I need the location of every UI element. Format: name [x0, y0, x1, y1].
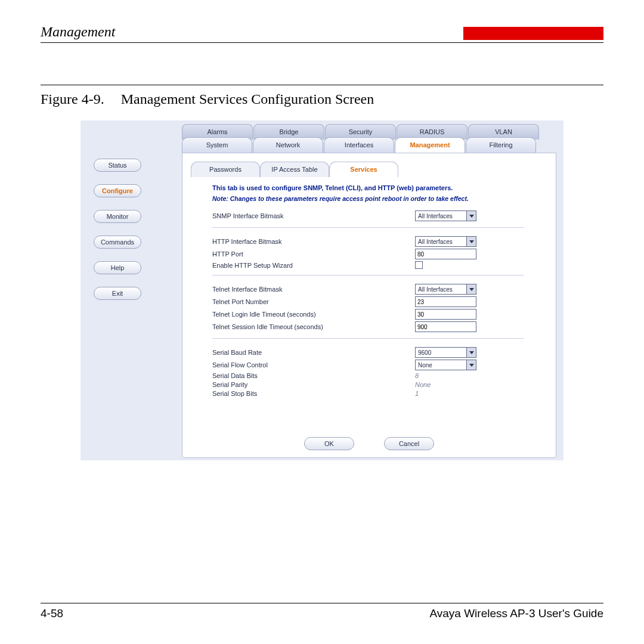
row-telnet-bitmask: Telnet Interface Bitmask All Interfaces — [212, 284, 547, 295]
checkbox-http-wizard[interactable] — [415, 261, 423, 269]
row-http-wizard: Enable HTTP Setup Wizard — [212, 261, 547, 269]
divider — [212, 227, 524, 228]
label-telnet-session-timeout: Telnet Session Idle Timeout (seconds) — [212, 323, 415, 330]
tab-interfaces[interactable]: Interfaces — [324, 137, 394, 153]
header-title: Management — [41, 24, 115, 40]
label-http-bitmask: HTTP Interface Bitmask — [212, 238, 415, 245]
tab-network[interactable]: Network — [253, 137, 323, 153]
select-serial-baud[interactable]: 9600 — [415, 347, 476, 358]
select-serial-flow[interactable]: None — [415, 360, 476, 370]
tab-system[interactable]: System — [182, 137, 252, 153]
row-http-bitmask: HTTP Interface Bitmask All Interfaces — [212, 236, 547, 247]
select-http-bitmask[interactable]: All Interfaces — [415, 236, 476, 247]
row-serial-data-bits: Serial Data Bits 8 — [212, 372, 547, 379]
figure-title: Management Services Configuration Screen — [121, 91, 374, 107]
chevron-down-icon[interactable] — [466, 237, 476, 246]
value-serial-stop-bits: 1 — [415, 390, 419, 397]
tab-management[interactable]: Management — [395, 137, 465, 153]
sidebar-item-commands[interactable]: Commands — [94, 236, 141, 249]
row-serial-flow: Serial Flow Control None — [212, 360, 547, 370]
figure-label: Figure 4-9. — [41, 91, 104, 107]
row-serial-baud: Serial Baud Rate 9600 — [212, 347, 547, 358]
figure-rule — [41, 85, 603, 85]
row-telnet-port: Telnet Port Number — [212, 296, 547, 307]
page-number: 4-58 — [41, 607, 63, 620]
label-telnet-bitmask: Telnet Interface Bitmask — [212, 286, 415, 293]
sidebar-item-exit[interactable]: Exit — [94, 287, 141, 300]
label-telnet-login-timeout: Telnet Login Idle Timeout (seconds) — [212, 311, 415, 318]
label-telnet-port: Telnet Port Number — [212, 298, 415, 305]
note-text: Note: Changes to these parameters requir… — [212, 195, 547, 202]
page-header: Management — [41, 24, 603, 43]
page-footer: 4-58 Avaya Wireless AP-3 User's Guide — [41, 603, 603, 620]
row-telnet-login-timeout: Telnet Login Idle Timeout (seconds) — [212, 309, 547, 320]
chevron-down-icon[interactable] — [466, 348, 476, 357]
row-snmp-bitmask: SNMP Interface Bitmask All Interfaces — [212, 210, 547, 221]
chevron-down-icon[interactable] — [466, 284, 476, 294]
row-serial-stop-bits: Serial Stop Bits 1 — [212, 390, 547, 397]
header-accent-bar — [463, 27, 603, 40]
label-snmp-bitmask: SNMP Interface Bitmask — [212, 212, 415, 219]
screenshot-panel: Status Configure Monitor Commands Help E… — [80, 120, 564, 460]
panel-body: Passwords IP Access Table Services This … — [182, 153, 556, 458]
sidebar-item-help[interactable]: Help — [94, 261, 141, 274]
label-serial-flow: Serial Flow Control — [212, 361, 415, 369]
subtab-passwords[interactable]: Passwords — [191, 162, 260, 177]
label-serial-stop-bits: Serial Stop Bits — [212, 390, 415, 397]
tab-filtering[interactable]: Filtering — [466, 137, 536, 153]
sidebar-item-configure[interactable]: Configure — [94, 184, 141, 197]
chevron-down-icon[interactable] — [466, 211, 476, 221]
value-serial-parity: None — [415, 381, 431, 388]
value-serial-data-bits: 8 — [415, 372, 419, 379]
sidebar-item-status[interactable]: Status — [94, 159, 141, 172]
button-row: OK Cancel — [182, 437, 556, 450]
services-subpanel: This tab is used to configure SNMP, Teln… — [191, 177, 547, 431]
input-telnet-session-timeout[interactable] — [415, 321, 476, 332]
figure-caption: Figure 4-9.Management Services Configura… — [41, 91, 603, 107]
ok-button[interactable]: OK — [304, 437, 354, 450]
cancel-button[interactable]: Cancel — [384, 437, 434, 450]
subtab-services[interactable]: Services — [329, 162, 398, 177]
divider — [212, 275, 524, 275]
label-http-port: HTTP Port — [212, 250, 415, 258]
select-telnet-bitmask[interactable]: All Interfaces — [415, 284, 476, 295]
intro-text: This tab is used to configure SNMP, Teln… — [212, 184, 547, 191]
subtab-ip-access-table[interactable]: IP Access Table — [260, 162, 329, 177]
input-telnet-port[interactable] — [415, 296, 476, 307]
label-http-wizard: Enable HTTP Setup Wizard — [212, 262, 415, 269]
row-serial-parity: Serial Parity None — [212, 381, 547, 388]
divider — [212, 338, 524, 339]
label-serial-parity: Serial Parity — [212, 381, 415, 388]
guide-title: Avaya Wireless AP-3 User's Guide — [429, 607, 603, 620]
label-serial-baud: Serial Baud Rate — [212, 349, 415, 356]
tab-row-lower: System Network Interfaces Management Fil… — [182, 137, 536, 153]
sidebar-item-monitor[interactable]: Monitor — [94, 210, 141, 223]
row-http-port: HTTP Port — [212, 249, 547, 259]
subtab-row: Passwords IP Access Table Services — [191, 162, 398, 177]
input-http-port[interactable] — [415, 249, 476, 259]
select-snmp-bitmask[interactable]: All Interfaces — [415, 210, 476, 221]
chevron-down-icon[interactable] — [466, 360, 476, 370]
label-serial-data-bits: Serial Data Bits — [212, 372, 415, 379]
input-telnet-login-timeout[interactable] — [415, 309, 476, 320]
row-telnet-session-timeout: Telnet Session Idle Timeout (seconds) — [212, 321, 547, 332]
